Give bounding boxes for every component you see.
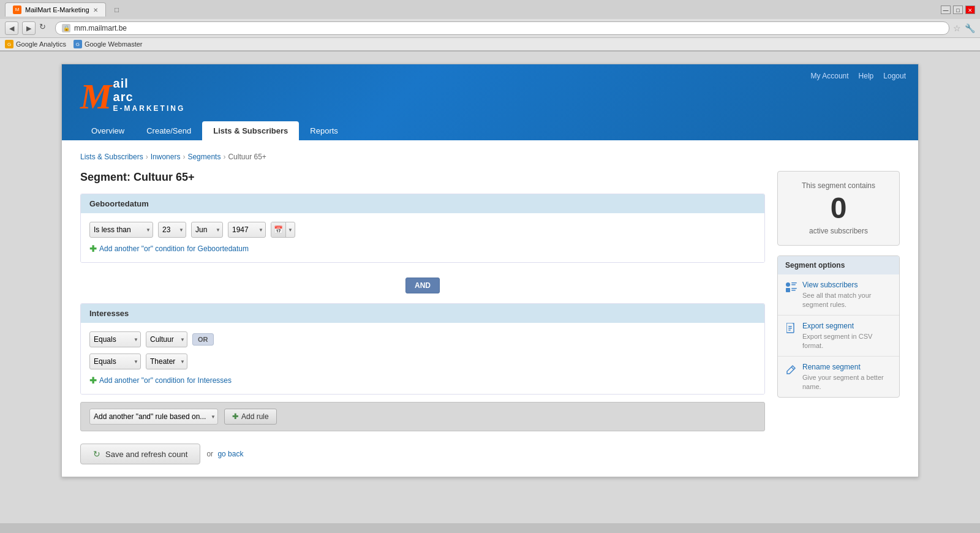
- maximize-button[interactable]: □: [953, 6, 963, 14]
- bookmarks-bar: G Google Analytics G Google Webmaster: [0, 38, 980, 51]
- close-button[interactable]: ✕: [965, 6, 975, 14]
- nav-create-send[interactable]: Create/Send: [135, 121, 202, 140]
- logo-m-letter: M: [80, 81, 112, 113]
- calendar-arrow-icon: ▼: [286, 227, 295, 233]
- bookmark-analytics[interactable]: G Google Analytics: [5, 40, 66, 48]
- browser-titlebar: M MailMart E-Marketing ✕ □ — □ ✕: [0, 0, 980, 19]
- geboortedatum-header: Geboortedatum: [81, 194, 764, 213]
- geboortedatum-condition-row: Is less than Is greater than Is equal to…: [89, 222, 756, 238]
- view-subscribers-desc: See all that match your segment rules.: [802, 292, 872, 308]
- svg-rect-4: [791, 288, 797, 289]
- breadcrumb-current: Cultuur 65+: [228, 153, 266, 161]
- or-badge: OR: [192, 333, 214, 346]
- close-tab-icon[interactable]: ✕: [93, 7, 98, 13]
- new-tab-button[interactable]: □: [111, 4, 123, 16]
- interesses-operator-2[interactable]: Equals Not equals: [89, 353, 141, 369]
- interesses-op-1-wrapper: Equals Not equals ▼: [89, 331, 141, 347]
- operator-select-wrapper: Is less than Is greater than Is equal to…: [89, 222, 153, 238]
- logo-arc-text: arc: [113, 90, 186, 104]
- and-badge: AND: [405, 278, 440, 293]
- refresh-button[interactable]: ↻: [39, 22, 51, 34]
- rename-segment-option: Rename segment Give your segment a bette…: [778, 357, 899, 397]
- breadcrumb-segments[interactable]: Segments: [187, 153, 221, 161]
- view-subscribers-link[interactable]: View subscribers: [802, 281, 892, 289]
- rename-segment-desc: Give your segment a better name.: [802, 374, 884, 390]
- bookmark-webmaster-label: Google Webmaster: [85, 40, 143, 48]
- help-link[interactable]: Help: [859, 72, 874, 80]
- year-select[interactable]: 1947: [228, 222, 266, 238]
- add-condition-suffix: for Geboortedatum: [187, 244, 249, 253]
- segment-count-intro: This segment contains: [788, 181, 889, 190]
- content-main: Segment: Cultuur 65+ Geboortedatum Is le…: [80, 171, 765, 464]
- logout-link[interactable]: Logout: [883, 72, 906, 80]
- breadcrumb-sep-2: ›: [183, 153, 185, 161]
- nav-lists-subscribers[interactable]: Lists & Subscribers: [202, 121, 299, 140]
- my-account-link[interactable]: My Account: [811, 72, 849, 80]
- day-select-wrapper: 23 ▼: [158, 222, 186, 238]
- interesses-row-2: Equals Not equals ▼ Theater Cultuur: [89, 353, 756, 369]
- save-refresh-icon: ↻: [93, 449, 100, 459]
- window-controls: — □ ✕: [941, 6, 975, 14]
- address-bar[interactable]: 🔒 mm.mailmart.be: [55, 21, 949, 35]
- add-rule-dropdown-wrapper: Add another "and" rule based on... ▼: [89, 409, 218, 425]
- logo-ail-text: ail: [113, 77, 186, 90]
- calendar-picker[interactable]: 📅 ▼: [271, 222, 295, 238]
- interesses-row-1: Equals Not equals ▼ Cultuur Theater: [89, 331, 756, 347]
- svg-rect-0: [786, 282, 790, 287]
- save-or-text: or go back: [206, 450, 243, 458]
- add-or-condition-link[interactable]: Add another "or" condition: [99, 244, 184, 253]
- save-refresh-button[interactable]: ↻ Save and refresh count: [80, 444, 200, 464]
- rename-segment-link[interactable]: Rename segment: [802, 363, 892, 371]
- breadcrumb-inwoners[interactable]: Inwoners: [151, 153, 181, 161]
- interesses-value-1[interactable]: Cultuur Theater Sport: [146, 331, 187, 347]
- year-select-wrapper: 1947 ▼: [228, 222, 266, 238]
- browser-tab-area: M MailMart E-Marketing ✕ □: [5, 2, 123, 17]
- breadcrumb: Lists & Subscribers › Inwoners › Segment…: [80, 153, 900, 161]
- save-section: ↻ Save and refresh count or go back: [80, 444, 765, 464]
- logo: M ail arc E-MARKETING: [80, 77, 900, 113]
- bookmark-star-icon[interactable]: ☆: [953, 23, 961, 33]
- segment-options-box: Segment options: [777, 255, 900, 398]
- save-refresh-label: Save and refresh count: [105, 450, 187, 459]
- forward-button[interactable]: ▶: [22, 21, 36, 35]
- go-back-link[interactable]: go back: [217, 450, 243, 458]
- nav-overview[interactable]: Overview: [80, 121, 135, 140]
- interesses-value-2[interactable]: Theater Cultuur Sport: [146, 353, 187, 369]
- main-content: Lists & Subscribers › Inwoners › Segment…: [62, 140, 918, 477]
- segment-count-number: 0: [788, 194, 889, 223]
- minimize-button[interactable]: —: [941, 6, 951, 14]
- geboortedatum-block: Geboortedatum Is less than Is greater th…: [80, 194, 765, 263]
- add-rule-button[interactable]: ✚ Add rule: [224, 409, 277, 425]
- site-header: My Account Help Logout M ail arc E-MARKE…: [62, 64, 918, 140]
- add-rule-dropdown[interactable]: Add another "and" rule based on...: [89, 409, 218, 425]
- add-or-condition-link-2[interactable]: Add another "or" condition: [99, 376, 184, 385]
- add-or-condition-geboortedatum[interactable]: ✚ Add another "or" condition for Geboort…: [89, 244, 756, 254]
- bookmark-webmaster[interactable]: G Google Webmaster: [74, 40, 143, 48]
- add-or-condition-interesses[interactable]: ✚ Add another "or" condition for Interes…: [89, 376, 756, 385]
- svg-rect-8: [788, 328, 792, 329]
- webmaster-favicon: G: [74, 40, 82, 48]
- day-select[interactable]: 23: [158, 222, 186, 238]
- site-container: My Account Help Logout M ail arc E-MARKE…: [61, 64, 919, 477]
- browser-tab[interactable]: M MailMart E-Marketing ✕: [5, 2, 106, 17]
- add-rule-plus-icon: ✚: [232, 412, 238, 421]
- segment-options-header: Segment options: [778, 256, 899, 274]
- view-subscribers-option: View subscribers See all that match your…: [778, 274, 899, 316]
- logo-text-block: ail arc E-MARKETING: [113, 77, 186, 113]
- settings-wrench-icon[interactable]: 🔧: [965, 23, 975, 33]
- export-segment-icon: [785, 322, 797, 335]
- back-button[interactable]: ◀: [5, 21, 18, 35]
- breadcrumb-lists[interactable]: Lists & Subscribers: [80, 153, 143, 161]
- nav-reports[interactable]: Reports: [299, 121, 349, 140]
- export-segment-link[interactable]: Export segment: [802, 322, 892, 330]
- browser-toolbar: ◀ ▶ ↻ 🔒 mm.mailmart.be ☆ 🔧: [0, 19, 980, 38]
- interesses-val-2-wrapper: Theater Cultuur Sport ▼: [146, 353, 187, 369]
- interesses-val-1-wrapper: Cultuur Theater Sport ▼: [146, 331, 187, 347]
- add-rule-button-label: Add rule: [241, 412, 269, 421]
- logo-emarketing-text: E-MARKETING: [113, 105, 186, 113]
- month-select[interactable]: Jun JanFebMar AprMayJul AugSepOct NovDec: [191, 222, 223, 238]
- interesses-operator-1[interactable]: Equals Not equals: [89, 331, 141, 347]
- operator-select[interactable]: Is less than Is greater than Is equal to: [89, 222, 153, 238]
- rename-segment-content: Rename segment Give your segment a bette…: [802, 363, 892, 391]
- and-divider: AND: [80, 270, 765, 301]
